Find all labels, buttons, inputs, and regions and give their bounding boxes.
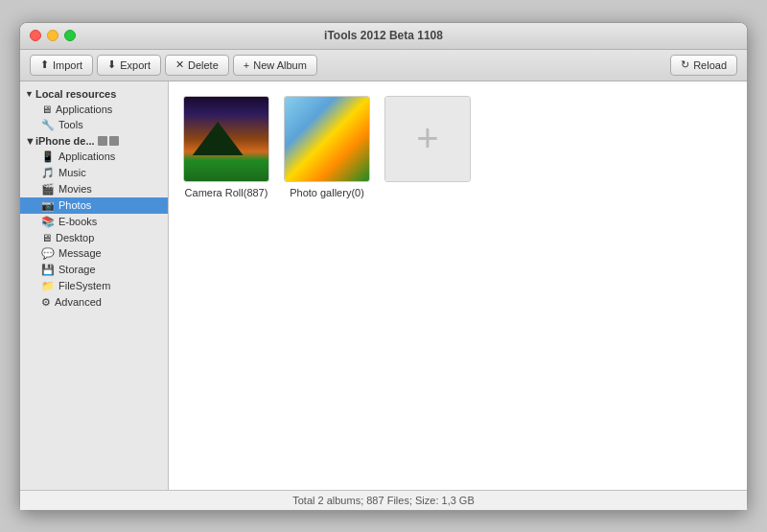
ebooks-label: E-books [58, 216, 97, 227]
message-icon: 💬 [41, 247, 55, 260]
device-section-header[interactable]: ▼ iPhone de... [20, 133, 168, 149]
maximize-button[interactable] [64, 30, 76, 41]
photos-label: Photos [58, 199, 91, 211]
local-arrow-icon: ▼ [25, 89, 34, 99]
device-icon-1 [98, 136, 107, 146]
storage-label: Storage [58, 264, 96, 275]
import-label: Import [53, 59, 82, 71]
delete-label: Delete [188, 59, 219, 71]
filesystem-icon: 📁 [41, 280, 55, 292]
window-title: iTools 2012 Beta 1108 [324, 29, 443, 42]
local-resources-header[interactable]: ▼ Local resources [20, 86, 168, 102]
status-bar: Total 2 albums; 887 Files; Size: 1,3 GB [20, 490, 747, 510]
device-icon-2 [109, 136, 119, 146]
toolbar: ⬆ Import ⬇ Export ✕ Delete + New Album ↻… [20, 50, 747, 81]
sidebar-item-advanced[interactable]: ⚙ Advanced [20, 294, 168, 311]
export-icon: ⬇ [107, 58, 116, 71]
new-album-thumbnail [384, 96, 471, 182]
status-text: Total 2 albums; 887 Files; Size: 1,3 GB [292, 495, 475, 506]
sunset-photo [184, 97, 268, 181]
device-arrow-icon: ▼ [25, 135, 35, 147]
new-album-button[interactable]: + New Album [233, 55, 317, 76]
tools-label: Tools [58, 119, 83, 130]
import-button[interactable]: ⬆ Import [30, 55, 93, 76]
sidebar-item-ebooks[interactable]: 📚 E-books [20, 214, 168, 230]
tools-icon: 🔧 [41, 119, 55, 131]
music-icon: 🎵 [41, 167, 55, 179]
device-label: iPhone de... [35, 135, 95, 147]
close-button[interactable] [30, 30, 41, 41]
sidebar-item-desktop[interactable]: 🖥 Desktop [20, 230, 168, 245]
local-resources-label: Local resources [35, 88, 116, 100]
reload-button[interactable]: ↻ Reload [670, 55, 737, 76]
reload-label: Reload [693, 59, 727, 71]
desktop-icon: 🖥 [41, 232, 52, 243]
sidebar-item-storage[interactable]: 💾 Storage [20, 262, 168, 278]
sidebar-item-filesystem[interactable]: 📁 FileSystem [20, 278, 168, 294]
new-album-icon: + [244, 59, 249, 71]
traffic-lights [30, 30, 76, 41]
camera-roll-thumbnail [183, 96, 269, 182]
main-content: ▼ Local resources 🖥 Applications 🔧 Tools… [20, 81, 747, 490]
photo-gallery-thumbnail [284, 96, 370, 182]
sidebar-item-local-applications[interactable]: 🖥 Applications [20, 102, 168, 117]
delete-button[interactable]: ✕ Delete [165, 55, 229, 76]
sidebar-item-photos[interactable]: 📷 Photos [20, 197, 168, 214]
message-label: Message [58, 247, 102, 259]
sidebar-item-movies[interactable]: 🎬 Movies [20, 181, 168, 197]
export-button[interactable]: ⬇ Export [97, 55, 161, 76]
app-icon: 📱 [41, 150, 55, 163]
storage-icon: 💾 [41, 264, 55, 276]
import-icon: ⬆ [40, 58, 49, 71]
ebooks-icon: 📚 [41, 216, 55, 228]
sidebar-item-music[interactable]: 🎵 Music [20, 165, 168, 181]
desktop-label: Desktop [56, 232, 94, 243]
delete-icon: ✕ [175, 58, 184, 71]
reload-icon: ↻ [681, 58, 689, 71]
app-window: iTools 2012 Beta 1108 ⬆ Import ⬇ Export … [19, 22, 748, 511]
sidebar: ▼ Local resources 🖥 Applications 🔧 Tools… [20, 81, 169, 490]
album-photo-gallery[interactable]: Photo gallery(0) [284, 96, 370, 198]
album-new[interactable] [384, 96, 471, 198]
music-label: Music [58, 167, 86, 178]
sunflower-photo [285, 97, 369, 181]
applications-icon: 🖥 [41, 104, 52, 115]
photos-icon: 📷 [41, 199, 55, 212]
photo-gallery-label: Photo gallery(0) [290, 187, 364, 198]
sidebar-item-tools[interactable]: 🔧 Tools [20, 117, 168, 133]
minimize-button[interactable] [47, 30, 58, 41]
movies-icon: 🎬 [41, 183, 55, 196]
local-applications-label: Applications [56, 104, 112, 115]
album-camera-roll[interactable]: Camera Roll(887) [183, 96, 269, 198]
movies-label: Movies [58, 183, 92, 195]
advanced-icon: ⚙ [41, 296, 51, 309]
content-area: Camera Roll(887) Photo gallery(0) [169, 81, 747, 490]
sidebar-item-applications[interactable]: 📱 Applications [20, 149, 168, 165]
applications-label: Applications [58, 150, 115, 162]
filesystem-label: FileSystem [58, 280, 110, 291]
camera-roll-label: Camera Roll(887) [185, 187, 268, 198]
title-bar: iTools 2012 Beta 1108 [20, 23, 747, 50]
albums-grid: Camera Roll(887) Photo gallery(0) [183, 96, 732, 475]
new-album-label: New Album [253, 59, 307, 71]
new-album-item-label [426, 187, 429, 198]
device-status-icons [98, 136, 119, 146]
export-label: Export [120, 59, 151, 71]
advanced-label: Advanced [55, 296, 102, 308]
sidebar-item-message[interactable]: 💬 Message [20, 245, 168, 262]
add-album-icon [385, 97, 470, 181]
